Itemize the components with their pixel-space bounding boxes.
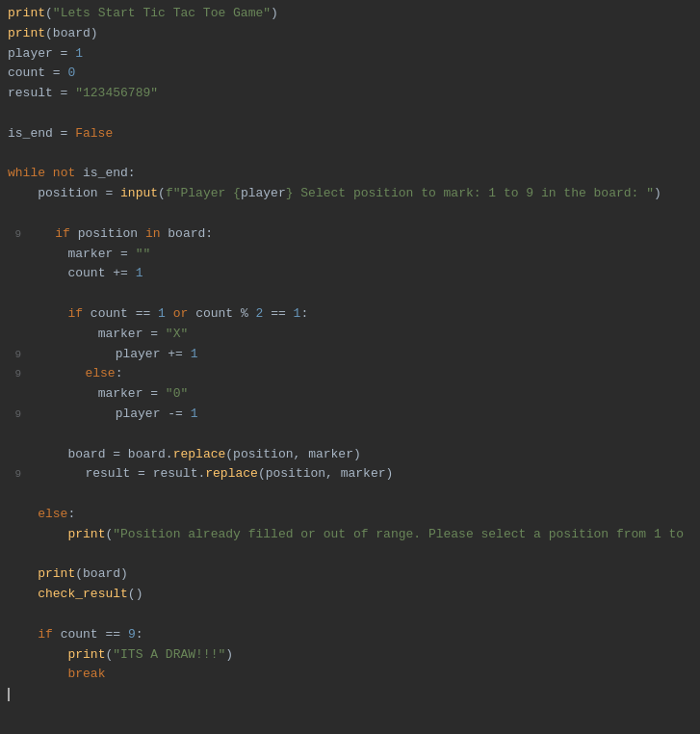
code-line-34: break — [0, 665, 700, 685]
code-line-15 — [0, 284, 700, 304]
code-line-12: 9 if position in board: — [0, 224, 700, 245]
code-editor: print("Lets Start Tic Tac Toe Game") pri… — [0, 0, 700, 734]
code-line-24: 9 result = result.replace(position, mark… — [0, 464, 700, 485]
code-line-29: print(board) — [0, 564, 700, 585]
code-line-11 — [0, 204, 700, 224]
code-line-5: result = "123456789" — [0, 84, 700, 104]
code-line-9: while not is_end: — [0, 164, 700, 184]
code-line-31 — [0, 605, 700, 625]
text-cursor — [8, 688, 10, 701]
code-line-6 — [0, 104, 700, 124]
code-line-23: board = board.replace(position, marker) — [0, 445, 700, 465]
code-line-1: print("Lets Start Tic Tac Toe Game") — [0, 4, 700, 24]
code-line-13: marker = "" — [0, 245, 700, 265]
code-line-18: 9 player += 1 — [0, 345, 700, 365]
code-line-26: else: — [0, 505, 700, 525]
code-line-10: position = input(f"Player {player} Selec… — [0, 184, 700, 204]
code-line-25 — [0, 485, 700, 505]
code-line-28 — [0, 545, 700, 565]
code-line-19: 9 else: — [0, 364, 700, 384]
code-line-2: print(board) — [0, 24, 700, 44]
code-line-17: marker = "X" — [0, 325, 700, 345]
code-line-7: is_end = False — [0, 124, 700, 144]
code-line-30: check_result() — [0, 585, 700, 605]
code-line-20: marker = "0" — [0, 384, 700, 405]
code-line-32: if count == 9: — [0, 625, 700, 645]
code-line-21: 9 player -= 1 — [0, 405, 700, 425]
code-line-33: print("ITS A DRAW!!!") — [0, 645, 700, 666]
code-line-27: print("Position already filled or out of… — [0, 525, 700, 545]
code-line-14: count += 1 — [0, 264, 700, 284]
code-line-4: count = 0 — [0, 64, 700, 84]
keyword-print: print — [8, 6, 45, 20]
code-line-8 — [0, 144, 700, 165]
code-line-16: if count == 1 or count % 2 == 1: — [0, 304, 700, 325]
code-line-3: player = 1 — [0, 44, 700, 65]
code-line-35 — [0, 685, 700, 705]
code-line-22 — [0, 425, 700, 445]
